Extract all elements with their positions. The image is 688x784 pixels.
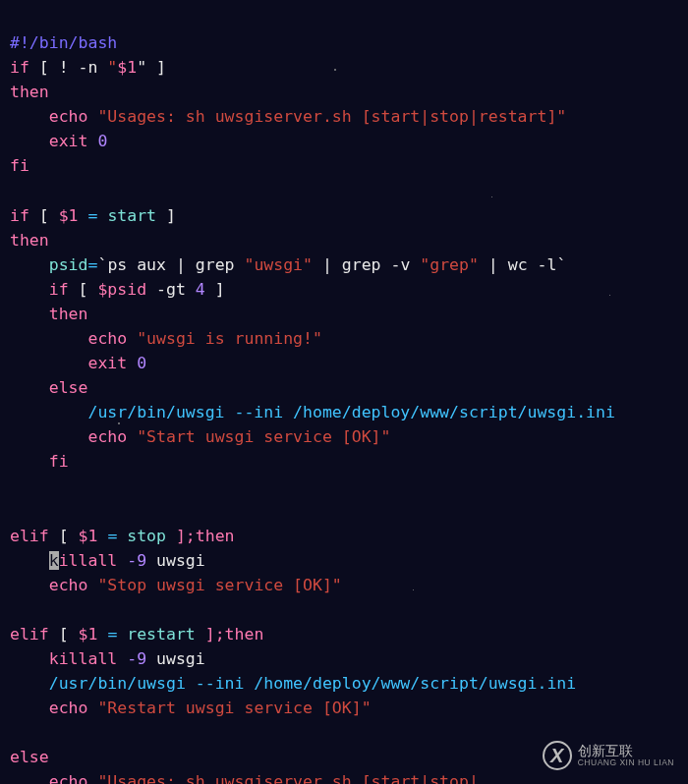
var: $1 (117, 58, 137, 77)
ident: start (107, 206, 156, 225)
watermark-main: 创新互联 (578, 744, 674, 758)
path: /usr/bin/uwsgi --ini /home/deploy/www/sc… (49, 674, 576, 693)
str: "uwsgi" (244, 255, 313, 274)
path: /usr/bin/uwsgi --ini /home/deploy/www/sc… (87, 403, 614, 421)
brkt: ] (156, 206, 176, 225)
kw-echo: echo (49, 107, 88, 126)
watermark: X 创新互联 CHUANG XIN HU LIAN (543, 741, 674, 770)
kw-then: then (10, 231, 49, 250)
kw-exit: exit (87, 354, 127, 372)
flag: -9 (127, 649, 146, 668)
eq: = (107, 625, 117, 644)
str: "uwsgi is running!" (137, 329, 322, 348)
var: $psid (97, 280, 146, 299)
kw-echo: echo (49, 772, 88, 784)
brkt: [ (49, 527, 79, 545)
ident: psid (49, 255, 88, 274)
ident: restart (127, 625, 196, 644)
kw-then: ];then (205, 625, 264, 644)
bq: ` (97, 255, 107, 274)
num: 4 (196, 280, 205, 299)
num: 0 (97, 132, 107, 150)
kw-then: then (49, 305, 88, 323)
text: ps aux | grep (107, 255, 244, 274)
kw-echo: echo (87, 427, 127, 446)
var: $1 (79, 625, 98, 644)
str: "grep" (420, 255, 479, 274)
eq: = (88, 255, 98, 274)
kw-if: if (10, 206, 29, 225)
text: uwsgi (156, 551, 205, 570)
shebang-line: #!/bin/bash (10, 33, 117, 52)
brkt: " ] (137, 58, 166, 77)
kw-if: if (49, 280, 69, 299)
kw-then: then (10, 83, 49, 101)
str: "Stop uwsgi service [OK]" (97, 576, 341, 594)
kw-echo: echo (49, 699, 88, 717)
kw-exit: exit (49, 132, 88, 150)
logo-icon: X (543, 741, 572, 770)
brkt: [ (29, 206, 59, 225)
kw-killall: illall (59, 551, 118, 570)
brkt: [ (49, 625, 79, 644)
flag: -9 (127, 551, 146, 570)
str: "Usages: sh uwsgiserver.sh [start|stop|r… (97, 107, 566, 126)
bq: ` (556, 255, 566, 274)
text: | wc -l (479, 255, 556, 274)
num: 0 (137, 354, 146, 372)
eq: = (88, 206, 98, 225)
kw-echo: echo (49, 576, 88, 594)
kw-then: ];then (176, 527, 235, 545)
brkt: [ (79, 280, 98, 299)
ident: stop (127, 527, 166, 545)
cursor-highlight: k (49, 551, 59, 570)
text: | grep -v (313, 255, 420, 274)
q: " (107, 58, 117, 77)
kw-if: if (10, 58, 29, 77)
var: $1 (59, 206, 79, 225)
watermark-sub: CHUANG XIN HU LIAN (578, 758, 674, 767)
eq: = (107, 527, 117, 545)
text: uwsgi (156, 649, 205, 668)
kw-fi: fi (10, 156, 29, 175)
kw-else: else (10, 748, 49, 766)
kw-killall: killall (49, 649, 118, 668)
brkt: ] (205, 280, 225, 299)
code-block: #!/bin/bash if [ ! -n "$1" ] then echo "… (10, 6, 678, 784)
kw-elif: elif (10, 625, 49, 644)
op: -gt (156, 280, 186, 299)
brkt: [ ! -n (39, 58, 108, 77)
str: "Usages: sh uwsgiserver.sh [start|stop| (97, 772, 478, 784)
kw-fi: fi (49, 452, 69, 471)
kw-echo: echo (87, 329, 127, 348)
var: $1 (79, 527, 98, 545)
str: "Restart uwsgi service [OK]" (97, 699, 371, 717)
str: "Start uwsgi service [OK]" (137, 427, 390, 446)
kw-else: else (49, 378, 88, 397)
kw-elif: elif (10, 527, 49, 545)
